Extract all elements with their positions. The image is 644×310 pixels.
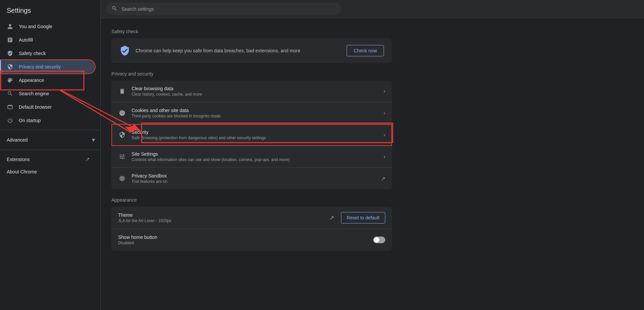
clear-browsing-data-text: Clear browsing data Clear history, cooki…: [132, 86, 378, 97]
svg-point-6: [121, 112, 122, 113]
article-icon: [7, 37, 13, 43]
shield-check-icon: [7, 50, 13, 57]
sidebar: Settings You and Google Autofill Safety …: [0, 0, 101, 310]
clear-browsing-data-title: Clear browsing data: [132, 86, 378, 91]
appearance-list: Theme JLA for the Art Lover - 1920px ↗ R…: [111, 207, 392, 251]
chevron-right-icon: ›: [384, 110, 385, 116]
sidebar-item-label: You and Google: [19, 24, 52, 29]
search-bar: [106, 3, 341, 15]
site-settings-desc: Controls what information sites can use …: [132, 157, 378, 162]
sidebar-item-label: On startup: [19, 118, 41, 123]
privacy-sandbox-desc: Trial features are on: [132, 179, 376, 184]
sidebar-advanced-section[interactable]: Advanced ▾: [0, 133, 100, 147]
svg-point-9: [123, 112, 123, 113]
svg-point-7: [122, 113, 123, 114]
clear-browsing-data-desc: Clear history, cookies, cache, and more: [132, 92, 378, 97]
trash-icon: [118, 87, 126, 95]
sidebar-item-on-startup[interactable]: On startup: [0, 114, 95, 127]
security-shield-icon: [118, 131, 126, 139]
external-link-icon: ↗: [329, 214, 334, 221]
content-area: Safety check Chrome can help keep you sa…: [101, 18, 403, 267]
sidebar-divider-2: [0, 150, 100, 150]
shield-check-icon: [119, 45, 130, 56]
chevron-right-icon: ›: [384, 132, 385, 138]
search-input[interactable]: [121, 6, 336, 12]
cookies-desc: Third-party cookies are blocked in Incog…: [132, 114, 378, 118]
privacy-security-list: Clear browsing data Clear history, cooki…: [111, 81, 392, 189]
chevron-right-icon: ›: [384, 154, 385, 160]
chevron-down-icon: ▾: [92, 136, 95, 144]
settings-item-cookies[interactable]: Cookies and other site data Third-party …: [111, 102, 392, 124]
sidebar-item-label: Search engine: [19, 91, 49, 96]
settings-item-site-settings[interactable]: Site Settings Controls what information …: [111, 146, 392, 168]
safety-check-description: Chrome can help keep you safe from data …: [136, 48, 341, 53]
appearance-section-title: Appearance: [111, 197, 392, 203]
about-label: About Chrome: [7, 169, 37, 174]
safety-check-card: Chrome can help keep you safe from data …: [111, 38, 392, 63]
theme-desc: JLA for the Art Lover - 1920px: [118, 218, 323, 223]
site-settings-title: Site Settings: [132, 151, 378, 157]
cookies-title: Cookies and other site data: [132, 108, 378, 113]
chevron-right-icon: ›: [384, 88, 385, 94]
theme-title: Theme: [118, 212, 323, 218]
shield-lock-icon: [7, 63, 13, 70]
toggle-knob: [374, 237, 379, 243]
advanced-label: Advanced: [7, 137, 28, 143]
person-icon: [7, 23, 13, 30]
theme-row: Theme JLA for the Art Lover - 1920px ↗ R…: [111, 207, 392, 229]
check-now-button[interactable]: Check now: [347, 45, 384, 56]
show-home-desc: Disabled: [118, 241, 368, 245]
extensions-label: Extensions: [7, 157, 30, 162]
svg-point-5: [119, 110, 125, 116]
sidebar-item-label: Autofill: [19, 37, 33, 43]
sidebar-item-safety-check[interactable]: Safety check: [0, 47, 95, 60]
sidebar-item-extensions[interactable]: Extensions ↗: [0, 153, 95, 166]
search-icon: [7, 90, 13, 97]
sidebar-divider: [0, 130, 100, 130]
sandbox-icon: [118, 174, 126, 183]
security-text: Security Safe Browsing (protection from …: [132, 130, 378, 140]
sidebar-item-about-chrome[interactable]: About Chrome: [0, 166, 95, 178]
external-link-icon: ↗: [381, 175, 385, 182]
sidebar-item-label: Safety check: [19, 51, 46, 56]
power-icon: [7, 117, 13, 124]
theme-external-link-button[interactable]: ↗: [328, 213, 336, 223]
external-link-icon: ↗: [85, 156, 90, 162]
app-title: Settings: [0, 3, 100, 20]
show-home-text: Show home button Disabled: [118, 235, 368, 245]
sidebar-item-default-browser[interactable]: Default browser: [0, 100, 95, 114]
search-icon: [111, 5, 117, 12]
palette-icon: [7, 77, 13, 84]
cookies-text: Cookies and other site data Third-party …: [132, 108, 378, 118]
sidebar-item-autofill[interactable]: Autofill: [0, 33, 95, 47]
browser-icon: [7, 104, 13, 110]
settings-item-clear-browsing-data[interactable]: Clear browsing data Clear history, cooki…: [111, 81, 392, 102]
security-desc: Safe Browsing (protection from dangerous…: [132, 136, 378, 140]
sidebar-item-label: Privacy and security: [19, 64, 61, 69]
show-home-button-row: Show home button Disabled: [111, 229, 392, 251]
privacy-sandbox-title: Privacy Sandbox: [132, 173, 376, 178]
svg-point-8: [121, 114, 122, 114]
safety-check-section-title: Safety check: [111, 29, 392, 34]
sliders-icon: [118, 153, 126, 161]
sidebar-item-search-engine[interactable]: Search engine: [0, 87, 95, 100]
site-settings-text: Site Settings Controls what information …: [132, 151, 378, 162]
main-content: Safety check Chrome can help keep you sa…: [101, 0, 644, 310]
sidebar-item-privacy-and-security[interactable]: Privacy and security: [0, 60, 95, 73]
cookie-icon: [118, 109, 126, 117]
privacy-sandbox-text: Privacy Sandbox Trial features are on: [132, 173, 376, 184]
settings-item-privacy-sandbox[interactable]: Privacy Sandbox Trial features are on ↗: [111, 168, 392, 189]
show-home-button-toggle[interactable]: [373, 237, 385, 243]
sidebar-item-label: Appearance: [19, 78, 44, 83]
sidebar-item-you-and-google[interactable]: You and Google: [0, 20, 95, 33]
privacy-security-section-title: Privacy and security: [111, 71, 392, 76]
security-title: Security: [132, 130, 378, 135]
sidebar-item-label: Default browser: [19, 104, 52, 110]
search-bar-container: [101, 0, 644, 18]
show-home-title: Show home button: [118, 235, 368, 240]
reset-to-default-button[interactable]: Reset to default: [341, 212, 385, 223]
settings-item-security[interactable]: Security Safe Browsing (protection from …: [111, 124, 392, 146]
theme-text: Theme JLA for the Art Lover - 1920px: [118, 212, 323, 223]
sidebar-item-appearance[interactable]: Appearance: [0, 73, 95, 87]
